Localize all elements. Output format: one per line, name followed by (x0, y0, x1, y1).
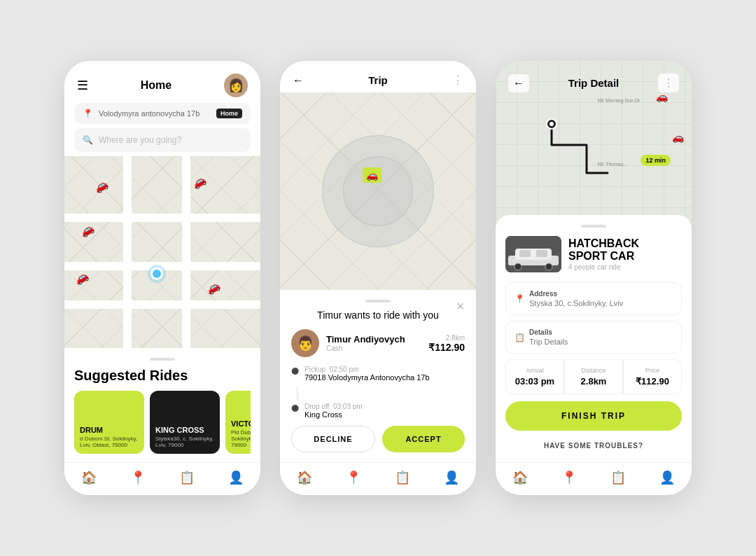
back-arrow-icon[interactable]: ← (293, 74, 304, 87)
payment-type: Cash (326, 345, 421, 352)
price-value: ₹112.90 (631, 376, 674, 387)
distance-label: Distance (572, 367, 615, 374)
detail-panel: HATCHBACK SPORT CAR 4 people car ride 📍 … (496, 215, 692, 462)
home-map: 🚗 🚗 🚗 🚗 🚗 (64, 156, 260, 348)
nav-home-icon-2[interactable]: 🏠 (297, 470, 312, 485)
nav-trips-icon-3[interactable]: 📋 (610, 470, 626, 485)
address-value: Styska 30, c.Sokilnyky, Lviv (529, 299, 623, 307)
user-location-dot (150, 267, 163, 280)
trip-map: 🚗 (280, 92, 476, 290)
car-type: 4 people car ride (568, 263, 639, 271)
map-car-icon-2: 🚗 (672, 132, 684, 143)
search-icon: 🔍 (83, 135, 93, 145)
search-placeholder: Where are you going? (99, 135, 181, 145)
rider-amount: ₹112.90 (428, 342, 465, 353)
ride-card-name-0: DRUM (80, 426, 139, 434)
location-badge: Home (216, 109, 242, 118)
details-icon: 📋 (514, 333, 525, 342)
car-image-svg (505, 236, 561, 272)
home-title: Home (141, 79, 172, 92)
svg-rect-5 (519, 250, 531, 257)
trip-title: Trip (368, 74, 388, 86)
nav-trips-icon[interactable]: 📋 (179, 470, 195, 485)
avatar-emoji: 👩 (228, 78, 244, 93)
back-arrow-icon-3[interactable]: ← (508, 74, 529, 92)
address-info: Address Styska 30, c.Sokilnyky, Lviv (529, 290, 623, 307)
pickup-dot-icon: ⚫ (291, 368, 299, 375)
phone-home: ☰ Home 👩 📍 Volodymyra antonovycha 17b Ho… (64, 61, 260, 495)
dropoff-time: 03:03 pm (333, 403, 363, 410)
nav-location-icon[interactable]: 📍 (130, 470, 146, 485)
nav-home-icon[interactable]: 🏠 (81, 470, 97, 485)
nav-profile-icon-3[interactable]: 👤 (659, 470, 675, 485)
car-thumbnail (505, 236, 561, 272)
trip-detail-title: Trip Detail (568, 77, 620, 89)
stat-distance: Distance 2.8km (564, 359, 623, 394)
location-address: Volodymyra antonovycha 17b (99, 109, 211, 118)
distance-value: 2.8km (572, 376, 615, 387)
details-label: Details (529, 328, 568, 336)
arrival-value: 03:03 pm (513, 376, 556, 387)
details-value: Trip Details (529, 338, 568, 346)
rider-row: 👨 Timur Andiyovych Cash 2.8km ₹112.90 (291, 329, 465, 357)
nav-profile-icon[interactable]: 👤 (228, 470, 244, 485)
pickup-row: ⚫ Pickup 02:50 pm 79018 Volodymyra Anton… (291, 366, 465, 382)
trip-header: ← Trip ⋮ (280, 61, 476, 92)
svg-point-1 (550, 122, 554, 126)
drag-handle[interactable] (150, 358, 175, 361)
nav-location-icon-2[interactable]: 📍 (346, 470, 361, 485)
rider-avatar: 👨 (291, 329, 319, 357)
trip-drag-handle[interactable] (365, 300, 391, 303)
ride-card-addr-0: d Dubom St, Sokilnyky, Lviv, Oblast, 790… (80, 436, 139, 448)
trip-detail-map: NE Morning Sun Dr NE Thomas... 12 min 🚗 … (496, 61, 692, 229)
more-icon[interactable]: ⋮ (452, 74, 463, 87)
ride-card-1[interactable]: KING CROSS Styiska30, c. Sokilnyky, Lviv… (150, 391, 220, 454)
phone-trip-detail: NE Morning Sun Dr NE Thomas... 12 min 🚗 … (496, 61, 692, 495)
car-info-row: HATCHBACK SPORT CAR 4 people car ride (505, 236, 682, 272)
finish-trip-button[interactable]: FINISH TRIP (505, 401, 682, 431)
nav-profile-icon-2[interactable]: 👤 (444, 470, 459, 485)
trouble-button[interactable]: HAVE SOME TROUBLES? (505, 436, 682, 455)
ride-request-panel: Timur wants to ride with you ✕ 👨 Timur A… (280, 290, 476, 462)
ride-card-0[interactable]: DRUM d Dubom St, Sokilnyky, Lviv, Oblast… (74, 391, 144, 454)
dropoff-row: ⚫ Drop off 03:03 pm King Cross (291, 403, 465, 419)
dropoff-address: King Cross (304, 410, 363, 419)
nav-home-icon-3[interactable]: 🏠 (512, 470, 528, 485)
location-bar[interactable]: 📍 Volodymyra antonovycha 17b Home (74, 103, 251, 124)
detail-bottom-nav: 🏠 📍 📋 👤 (496, 462, 692, 495)
rider-info: Timur Andiyovych Cash (326, 334, 421, 352)
suggested-panel: Suggested Rides DRUM d Dubom St, Sokilny… (64, 348, 260, 462)
close-button[interactable]: ✕ (456, 300, 465, 313)
rider-price: 2.8km ₹112.90 (428, 334, 465, 353)
ride-card-2[interactable]: VICTORIYA Pld Dubom St, Sokilnyky, Lviv,… (225, 391, 251, 454)
car-name: HATCHBACK SPORT CAR (568, 237, 639, 262)
ride-card-addr-2: Pld Dubom St, Sokilnyky, Lviv, Oblast, 7… (231, 429, 251, 448)
ride-card-addr-1: Styiska30, c. Sokilnyky, Lviv, 79000 (155, 436, 214, 448)
pickup-info: Pickup 02:50 pm 79018 Volodymyra Antonov… (304, 366, 430, 382)
request-title: Timur wants to ride with you (291, 310, 465, 321)
nav-location-icon-3[interactable]: 📍 (561, 470, 577, 485)
stat-price: Price ₹112.90 (623, 359, 682, 394)
more-icon-3[interactable]: ⋮ (658, 74, 679, 92)
price-label: Price (631, 367, 674, 374)
trip-bottom-nav: 🏠 📍 📋 👤 (280, 462, 476, 495)
svg-point-8 (545, 263, 552, 270)
pickup-time: 02:50 pm (330, 366, 359, 373)
dropoff-dot-icon: ⚫ (291, 405, 299, 412)
accept-button[interactable]: ACCEPT (382, 426, 465, 452)
search-input-row[interactable]: 🔍 Where are you going? (74, 128, 251, 152)
menu-icon[interactable]: ☰ (77, 78, 88, 93)
avatar[interactable]: 👩 (224, 74, 248, 97)
ride-cards: DRUM d Dubom St, Sokilnyky, Lviv, Oblast… (74, 391, 251, 457)
location-pin-icon: 📍 (83, 109, 93, 118)
time-badge: 12 min (640, 155, 671, 166)
stats-row: Arrival 03:03 pm Distance 2.8km Price ₹1… (505, 359, 682, 394)
home-bottom-nav: 🏠 📍 📋 👤 (64, 462, 260, 495)
decline-button[interactable]: DECLINE (291, 426, 375, 452)
phone-trip: ← Trip ⋮ 🚗 Timur wants to ride with you … (280, 61, 476, 495)
suggested-title: Suggested Rides (74, 368, 251, 384)
detail-drag-handle[interactable] (581, 225, 606, 228)
nav-trips-icon-2[interactable]: 📋 (395, 470, 410, 485)
trip-detail-header: ← Trip Detail ⋮ (496, 61, 692, 98)
address-label: Address (529, 290, 623, 298)
